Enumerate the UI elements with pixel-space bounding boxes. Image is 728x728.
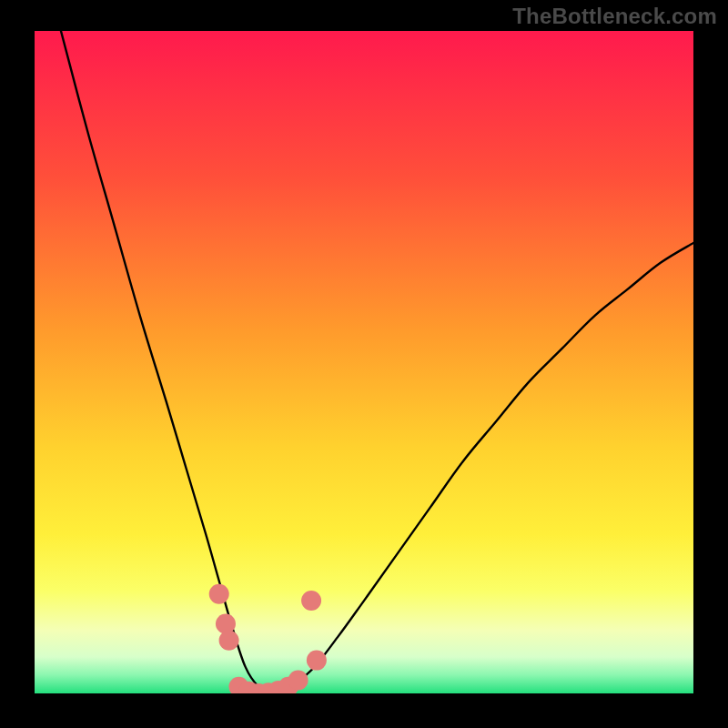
curve-marker	[301, 591, 321, 611]
attribution-watermark: TheBottleneck.com	[512, 4, 717, 29]
curve-marker	[288, 670, 308, 690]
curve-marker	[219, 631, 239, 651]
chart-svg	[0, 0, 728, 728]
curve-marker	[307, 651, 327, 671]
plot-background-gradient	[35, 31, 693, 693]
chart-frame: { "attribution": "TheBottleneck.com", "c…	[0, 0, 728, 728]
curve-marker	[216, 614, 236, 634]
curve-marker	[209, 584, 229, 604]
